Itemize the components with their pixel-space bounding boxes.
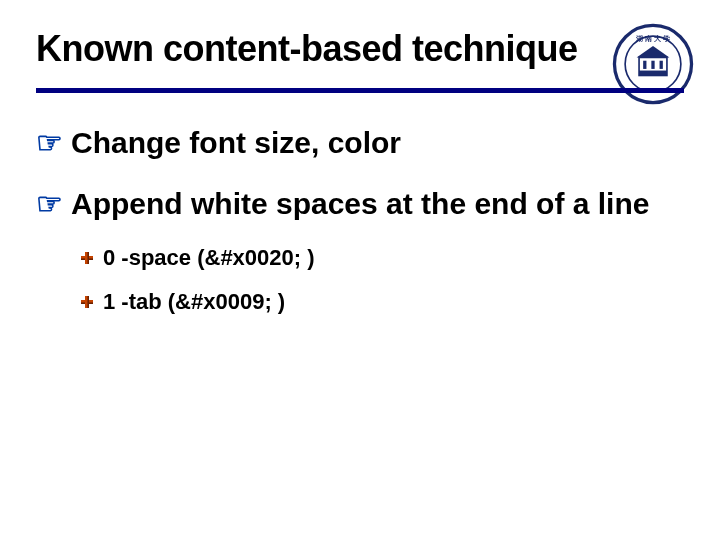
plus-bullet-icon <box>80 251 94 265</box>
bullet-level2: 0 -space (&#x0020; ) <box>80 245 684 271</box>
sublist: 0 -space (&#x0020; ) 1 -tab (&#x0009; ) <box>80 245 684 315</box>
plus-bullet-icon <box>80 295 94 309</box>
content-area: ☞ Change font size, color ☞ Append white… <box>36 123 684 315</box>
slide: 湖 南 大 学 Known content-based technique ☞ … <box>0 0 720 540</box>
bullet-level2: 1 -tab (&#x0009; ) <box>80 289 684 315</box>
subbullet-text: 1 -tab (&#x0009; ) <box>103 289 285 315</box>
slide-title: Known content-based technique <box>36 28 684 70</box>
bullet-text: Change font size, color <box>71 123 684 162</box>
bullet-level1: ☞ Append white spaces at the end of a li… <box>36 184 684 223</box>
title-underline <box>36 88 684 93</box>
subbullet-text: 0 -space (&#x0020; ) <box>103 245 315 271</box>
pointing-hand-icon: ☞ <box>36 184 63 223</box>
pointing-hand-icon: ☞ <box>36 123 63 162</box>
bullet-level1: ☞ Change font size, color <box>36 123 684 162</box>
bullet-text: Append white spaces at the end of a line <box>71 184 684 223</box>
title-area: Known content-based technique <box>36 28 684 93</box>
